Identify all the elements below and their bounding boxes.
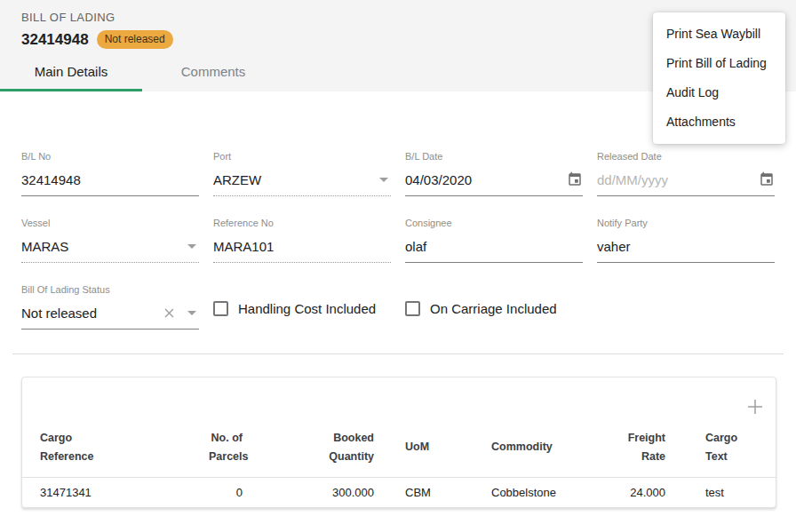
field-bl-status[interactable]: Bill Of Lading Status Not released: [21, 284, 199, 330]
cell-cargo-text[interactable]: test: [672, 477, 776, 507]
field-bl-no[interactable]: B/L No 32414948: [21, 151, 199, 196]
field-released-date[interactable]: Released Date dd/MM/yyyy: [597, 151, 775, 196]
add-cargo-button[interactable]: [745, 397, 765, 417]
bl-date-input[interactable]: 04/03/2020: [405, 172, 567, 187]
chevron-down-icon[interactable]: [379, 178, 388, 182]
checkbox-box[interactable]: [213, 301, 228, 316]
calendar-icon[interactable]: [567, 171, 583, 187]
field-bl-date[interactable]: B/L Date 04/03/2020: [405, 151, 583, 196]
checkbox-label: Handling Cost Included: [238, 301, 376, 316]
field-vessel[interactable]: Vessel MARAS: [21, 218, 199, 263]
col-no-of-parcels: No. ofParcels: [209, 418, 249, 477]
col-cargo-text: CargoText: [672, 418, 776, 477]
cargo-table: CargoReference No. ofParcels BookedQuant…: [22, 418, 776, 507]
checkbox-label: On Carriage Included: [430, 301, 557, 316]
cell-no-of-parcels[interactable]: 0: [209, 477, 249, 507]
bl-no-input[interactable]: 32414948: [21, 172, 199, 187]
port-select[interactable]: ARZEW: [213, 172, 379, 187]
chevron-down-icon[interactable]: [187, 311, 196, 315]
field-notify-party[interactable]: Notify Party vaher: [597, 218, 775, 263]
cargo-table-header-row: CargoReference No. ofParcels BookedQuant…: [22, 418, 776, 477]
clear-icon[interactable]: [162, 306, 177, 321]
main-details-form: B/L No 32414948 Port ARZEW B/L Date 04/0…: [21, 151, 776, 330]
reference-no-label: Reference No: [213, 218, 391, 229]
bl-status-select[interactable]: Not released: [21, 306, 162, 321]
menu-item-print-bill-of-lading[interactable]: Print Bill of Lading: [653, 49, 785, 78]
chevron-down-icon[interactable]: [187, 244, 196, 249]
actions-dropdown-menu: Print Sea Waybill Print Bill of Lading A…: [653, 12, 785, 144]
bill-of-lading-page: BILL OF LADING 32414948 Not released Mai…: [0, 0, 796, 532]
cell-uom[interactable]: CBM: [380, 477, 469, 507]
col-cargo-reference: CargoReference: [22, 418, 209, 477]
vessel-label: Vessel: [21, 218, 199, 229]
field-consignee[interactable]: Consignee olaf: [405, 218, 583, 263]
handling-cost-checkbox[interactable]: Handling Cost Included: [213, 288, 391, 330]
cargo-table-row[interactable]: 31471341 0 300.000 CBM Cobbelstone 24.00…: [22, 477, 776, 507]
tab-main-details[interactable]: Main Details: [0, 64, 142, 91]
notify-party-label: Notify Party: [597, 218, 775, 229]
col-commodity: Commodity: [469, 418, 620, 477]
status-badge: Not released: [97, 30, 173, 49]
cell-booked-quantity[interactable]: 300.000: [249, 477, 380, 507]
vessel-select[interactable]: MARAS: [21, 239, 187, 254]
checkbox-box[interactable]: [405, 301, 420, 316]
bl-no-label: B/L No: [21, 151, 199, 163]
section-divider: [12, 353, 784, 354]
field-port[interactable]: Port ARZEW: [213, 151, 391, 196]
bl-status-label: Bill Of Lading Status: [21, 284, 199, 296]
notify-party-input[interactable]: vaher: [597, 239, 775, 254]
consignee-input[interactable]: olaf: [405, 239, 583, 254]
cell-cargo-reference[interactable]: 31471341: [22, 477, 209, 507]
field-reference-no[interactable]: Reference No MARA101: [213, 218, 391, 263]
port-label: Port: [213, 151, 391, 163]
cargo-card: CargoReference No. ofParcels BookedQuant…: [21, 377, 776, 508]
calendar-icon[interactable]: [759, 171, 775, 187]
col-booked-quantity: BookedQuantity: [249, 418, 380, 477]
col-freight-rate: FreightRate: [620, 418, 672, 477]
tab-bar: Main Details Comments: [0, 64, 284, 91]
reference-no-input[interactable]: MARA101: [213, 239, 391, 254]
menu-item-audit-log[interactable]: Audit Log: [653, 78, 785, 107]
document-number: 32414948: [21, 31, 89, 49]
released-date-input[interactable]: dd/MM/yyyy: [597, 172, 759, 187]
consignee-label: Consignee: [405, 218, 583, 229]
tab-comments[interactable]: Comments: [142, 64, 284, 91]
on-carriage-checkbox[interactable]: On Carriage Included: [405, 288, 583, 330]
cell-freight-rate[interactable]: 24.000: [620, 477, 672, 507]
bl-date-label: B/L Date: [405, 151, 583, 163]
col-uom: UoM: [380, 418, 469, 477]
menu-item-attachments[interactable]: Attachments: [653, 107, 785, 137]
menu-item-print-sea-waybill[interactable]: Print Sea Waybill: [653, 20, 785, 49]
released-date-label: Released Date: [597, 151, 775, 163]
empty-cell: [597, 284, 775, 330]
cell-commodity[interactable]: Cobbelstone: [469, 477, 620, 507]
